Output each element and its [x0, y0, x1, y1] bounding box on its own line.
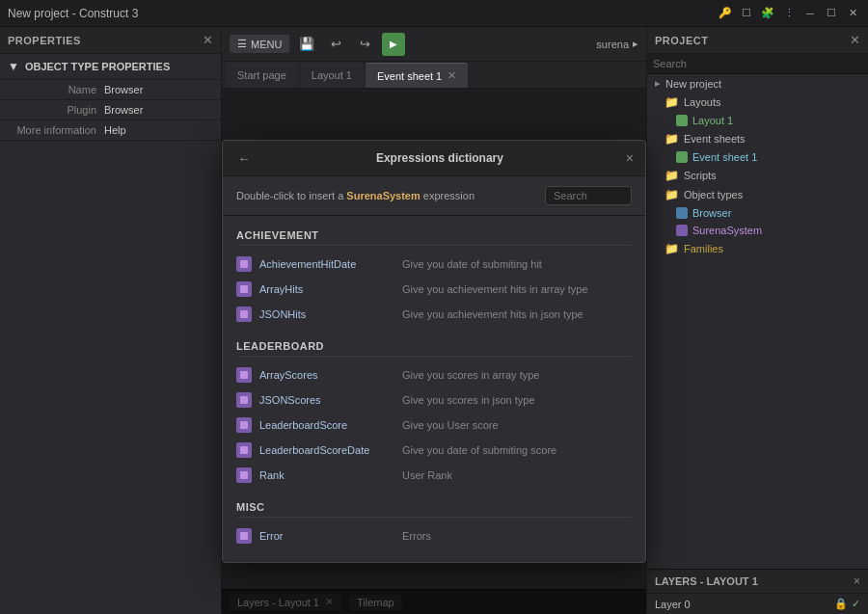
redo-button[interactable]: ↪ [353, 33, 376, 56]
expr-name: ArrayScores [259, 369, 394, 381]
center-area: ☰ MENU 💾 ↩ ↪ ▶ surena ▸ Start page Layou… [222, 27, 646, 614]
expr-name: ArrayHits [259, 283, 394, 295]
expressions-dialog: ← Expressions dictionary × Double-click … [222, 140, 646, 563]
plugin-value: Browser [104, 104, 143, 116]
project-title: PROJECT [655, 35, 708, 46]
families-folder-label: Families [684, 243, 723, 254]
expr-row[interactable]: ArrayScoresGive you scores in array type [236, 362, 632, 387]
properties-header: PROPERTIES ✕ [0, 27, 221, 54]
tree-item-layouts-folder[interactable]: 📁 Layouts [647, 93, 868, 112]
expr-name: Error [259, 530, 394, 542]
dialog-title: Expressions dictionary [376, 151, 503, 165]
name-value: Browser [104, 84, 143, 95]
dialog-subtitle-text: Double-click to insert a SurenaSystem ex… [236, 190, 475, 201]
subtitle-prefix: Double-click to insert a [236, 190, 343, 201]
layer-0-name: Layer 0 [655, 599, 828, 610]
save-button[interactable]: 💾 [295, 33, 318, 56]
window-controls: 🔑 ☐ 🧩 ⋮ ─ ☐ ✕ [718, 6, 860, 21]
tree-item-root[interactable]: ▸ New project [647, 74, 868, 93]
expr-section: LEADERBOARDArrayScoresGive you scores in… [236, 340, 632, 488]
expr-section: ACHIEVEMENTAchievementHitDateGive you da… [236, 229, 632, 327]
expr-section-title: MISC [236, 501, 632, 518]
box-icon[interactable]: ☐ [739, 6, 754, 21]
eventsheet1-icon [676, 151, 688, 163]
layout1-label: Layout 1 [692, 115, 733, 126]
scripts-folder-icon: 📁 [665, 169, 679, 182]
tree-item-objecttypes-folder[interactable]: 📁 Object types [647, 185, 868, 204]
tree-item-eventsheets-folder[interactable]: 📁 Event sheets [647, 129, 868, 148]
tabs-bar: Start page Layout 1 Event sheet 1 ✕ [222, 62, 646, 89]
tree-item-surenasystem[interactable]: SurenaSystem [647, 222, 868, 239]
expr-desc: Give you achievement hits in array type [402, 283, 588, 295]
undo-button[interactable]: ↩ [324, 33, 347, 56]
expr-row[interactable]: JSONScoresGive you scores in json type [236, 387, 632, 413]
object-type-section: ▼ OBJECT TYPE PROPERTIES [0, 54, 221, 80]
expr-name: Rank [259, 469, 394, 481]
restore-icon[interactable]: ☐ [824, 6, 839, 21]
tree-item-families-folder[interactable]: 📁 Families [647, 239, 868, 258]
properties-title: PROPERTIES [8, 35, 81, 46]
tab-event-sheet1[interactable]: Event sheet 1 ✕ [366, 63, 468, 88]
menu-lines-icon: ☰ [237, 38, 247, 50]
objecttypes-folder-icon: 📁 [665, 188, 679, 201]
subtitle-system-name: SurenaSystem [346, 190, 420, 201]
project-header: PROJECT ✕ [647, 27, 868, 54]
expr-row[interactable]: JSONHitsGive you achievement hits in jso… [236, 302, 632, 327]
project-panel: PROJECT ✕ ▸ New project 📁 Layouts Layout… [646, 27, 868, 614]
expr-icon [236, 528, 252, 544]
tree-item-eventsheet1[interactable]: Event sheet 1 [647, 148, 868, 166]
dialog-search-input[interactable] [545, 186, 632, 205]
expr-row[interactable]: RankUser Rank [236, 463, 632, 488]
puzzle-icon[interactable]: 🧩 [760, 6, 775, 21]
properties-panel: PROPERTIES ✕ ▼ OBJECT TYPE PROPERTIES Na… [0, 27, 222, 614]
expr-row[interactable]: ErrorErrors [236, 523, 632, 548]
play-button[interactable]: ▶ [382, 33, 405, 56]
properties-close-button[interactable]: ✕ [203, 33, 213, 47]
families-folder-icon: 📁 [665, 242, 679, 255]
expr-row[interactable]: AchievementHitDateGive you date of submi… [236, 252, 632, 277]
layer-row-0: Layer 0 🔒 ✓ [647, 594, 868, 614]
tree-item-browser[interactable]: Browser [647, 204, 868, 222]
expr-desc: Give you scores in json type [402, 394, 535, 406]
key-icon[interactable]: 🔑 [718, 6, 733, 21]
close-icon[interactable]: ✕ [845, 6, 860, 21]
project-search-input[interactable] [647, 54, 868, 74]
layouts-folder-label: Layouts [684, 96, 721, 108]
browser-label: Browser [692, 207, 731, 219]
app-title: New project - Construct 3 [8, 7, 138, 20]
project-close-button[interactable]: ✕ [850, 33, 860, 47]
expr-desc: Errors [402, 530, 431, 542]
menu-button[interactable]: ☰ MENU [230, 35, 289, 53]
layout1-icon [676, 115, 688, 126]
layer-lock-icon[interactable]: 🔒 [834, 598, 848, 610]
toolbar: ☰ MENU 💾 ↩ ↪ ▶ surena ▸ [222, 27, 646, 62]
dialog-close-button[interactable]: × [626, 150, 634, 166]
prop-info-row: More information Help [0, 120, 221, 141]
name-label: Name [8, 84, 104, 95]
menu-icon[interactable]: ⋮ [781, 6, 797, 21]
tree-item-scripts-folder[interactable]: 📁 Scripts [647, 166, 868, 185]
expr-desc: Give you date of submiting hit [402, 258, 542, 270]
layers-panel: LAYERS - LAYOUT 1 × Layer 0 🔒 ✓ [647, 569, 868, 614]
layer-visible-icon[interactable]: ✓ [852, 598, 860, 610]
objecttypes-folder-label: Object types [684, 189, 743, 200]
root-label: New project [665, 78, 721, 90]
plugin-label: Plugin [8, 104, 104, 116]
user-area: surena ▸ [596, 38, 638, 50]
tab-layout1[interactable]: Layout 1 [300, 63, 364, 88]
minimize-icon[interactable]: ─ [802, 6, 818, 21]
expr-row[interactable]: LeaderboardScoreGive you User score [236, 413, 632, 438]
event-sheet1-tab-close[interactable]: ✕ [448, 69, 456, 82]
tab-start-page[interactable]: Start page [226, 63, 298, 88]
layouts-folder-icon: 📁 [665, 95, 679, 109]
expr-desc: Give you User score [402, 419, 499, 431]
tree-item-layout1[interactable]: Layout 1 [647, 112, 868, 129]
scripts-folder-label: Scripts [684, 170, 717, 181]
expr-row[interactable]: LeaderboardScoreDateGive you date of sub… [236, 438, 632, 463]
expr-row[interactable]: ArrayHitsGive you achievement hits in ar… [236, 277, 632, 302]
layers-close-button[interactable]: × [854, 574, 860, 588]
dialog-back-button[interactable]: ← [234, 148, 254, 168]
prop-name-row: Name Browser [0, 80, 221, 100]
expr-section-title: LEADERBOARD [236, 340, 632, 357]
surenasystem-label: SurenaSystem [692, 225, 762, 236]
